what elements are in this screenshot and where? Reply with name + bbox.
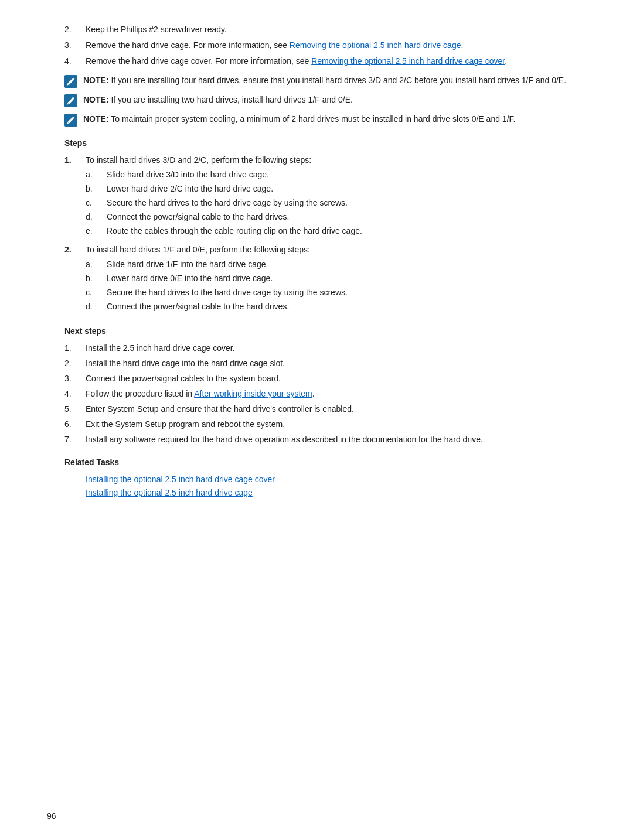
prereq-item-2: 2. Keep the Phillips #2 screwdriver read… bbox=[64, 23, 569, 36]
step-1c: c. Secure the hard drives to the hard dr… bbox=[86, 197, 569, 209]
step-2: 2. To install hard drives 1/F and 0/E, p… bbox=[64, 244, 569, 315]
related-tasks-heading: Related Tasks bbox=[64, 456, 569, 469]
next-step-1-text: Install the 2.5 inch hard drive cage cov… bbox=[86, 342, 569, 354]
pencil-icon-2 bbox=[67, 97, 75, 105]
next-step-5-num: 5. bbox=[64, 403, 86, 415]
next-step-4-num: 4. bbox=[64, 388, 86, 400]
prereq-text-3: Remove the hard drive cage. For more inf… bbox=[86, 39, 569, 52]
note-text-1: NOTE: If you are installing four hard dr… bbox=[83, 74, 566, 87]
step-2c: c. Secure the hard drives to the hard dr… bbox=[86, 286, 569, 299]
next-step-7: 7. Install any software required for the… bbox=[64, 433, 569, 446]
next-step-2-text: Install the hard drive cage into the har… bbox=[86, 357, 569, 370]
related-task-link-2[interactable]: Installing the optional 2.5 inch hard dr… bbox=[86, 487, 569, 499]
note-icon-3 bbox=[64, 114, 77, 127]
prereq-num-4: 4. bbox=[64, 55, 86, 67]
step-2d-text: Connect the power/signal cable to the ha… bbox=[107, 301, 569, 313]
prereq-3-link[interactable]: Removing the optional 2.5 inch hard driv… bbox=[290, 40, 461, 50]
step-2-sublist: a. Slide hard drive 1/F into the hard dr… bbox=[86, 258, 569, 313]
next-step-7-num: 7. bbox=[64, 433, 86, 446]
next-step-2-num: 2. bbox=[64, 357, 86, 370]
note-icon-2 bbox=[64, 94, 77, 107]
next-step-5-text: Enter System Setup and ensure that the h… bbox=[86, 403, 569, 415]
step-1e-text: Route the cables through the cable routi… bbox=[107, 225, 569, 237]
related-tasks-section: Related Tasks Installing the optional 2.… bbox=[64, 456, 569, 499]
next-step-6: 6. Exit the System Setup program and reb… bbox=[64, 418, 569, 431]
step-2-num: 2. bbox=[64, 244, 86, 315]
step-1b-letter: b. bbox=[86, 183, 107, 195]
step-1c-letter: c. bbox=[86, 197, 107, 209]
prereq-num-3: 3. bbox=[64, 39, 86, 52]
step-2a: a. Slide hard drive 1/F into the hard dr… bbox=[86, 258, 569, 271]
step-2d-letter: d. bbox=[86, 301, 107, 313]
prereq-4-after: . bbox=[505, 56, 507, 66]
next-steps-list: 1. Install the 2.5 inch hard drive cage … bbox=[64, 342, 569, 446]
next-step-4: 4. Follow the procedure listed in After … bbox=[64, 388, 569, 400]
step-1e-letter: e. bbox=[86, 225, 107, 237]
next-step-3-num: 3. bbox=[64, 373, 86, 385]
step-2a-letter: a. bbox=[86, 258, 107, 271]
next-step-7-text: Install any software required for the ha… bbox=[86, 433, 569, 446]
related-tasks-links: Installing the optional 2.5 inch hard dr… bbox=[64, 473, 569, 499]
step-1-intro: To install hard drives 3/D and 2/C, perf… bbox=[86, 155, 311, 165]
next-step-1-num: 1. bbox=[64, 342, 86, 354]
next-step-6-text: Exit the System Setup program and reboot… bbox=[86, 418, 569, 431]
next-steps-heading: Next steps bbox=[64, 325, 569, 337]
related-task-link-1[interactable]: Installing the optional 2.5 inch hard dr… bbox=[86, 473, 569, 486]
prereq-list: 2. Keep the Phillips #2 screwdriver read… bbox=[64, 23, 569, 67]
step-1-sublist: a. Slide hard drive 3/D into the hard dr… bbox=[86, 169, 569, 237]
step-1a-text: Slide hard drive 3/D into the hard drive… bbox=[107, 169, 569, 181]
next-step-4-text: Follow the procedure listed in After wor… bbox=[86, 388, 569, 400]
prereq-num-2: 2. bbox=[64, 23, 86, 36]
step-1a-letter: a. bbox=[86, 169, 107, 181]
note-icon-1 bbox=[64, 75, 77, 88]
prereq-3-plain: Remove the hard drive cage. For more inf… bbox=[86, 40, 290, 50]
prereq-text-4: Remove the hard drive cage cover. For mo… bbox=[86, 55, 569, 67]
step-1b: b. Lower hard drive 2/C into the hard dr… bbox=[86, 183, 569, 195]
step-2c-text: Secure the hard drives to the hard drive… bbox=[107, 286, 569, 299]
step-1b-text: Lower hard drive 2/C into the hard drive… bbox=[107, 183, 569, 195]
steps-list: 1. To install hard drives 3/D and 2/C, p… bbox=[64, 154, 569, 315]
prereq-4-link[interactable]: Removing the optional 2.5 inch hard driv… bbox=[311, 56, 505, 66]
step-2b-text: Lower hard drive 0/E into the hard drive… bbox=[107, 272, 569, 285]
next-step-1: 1. Install the 2.5 inch hard drive cage … bbox=[64, 342, 569, 354]
next-step-5: 5. Enter System Setup and ensure that th… bbox=[64, 403, 569, 415]
step-1d-text: Connect the power/signal cable to the ha… bbox=[107, 211, 569, 223]
step-1-num: 1. bbox=[64, 154, 86, 239]
step-2b-letter: b. bbox=[86, 272, 107, 285]
step-2-content: To install hard drives 1/F and 0/E, perf… bbox=[86, 244, 569, 315]
step-1a: a. Slide hard drive 3/D into the hard dr… bbox=[86, 169, 569, 181]
next-step-2: 2. Install the hard drive cage into the … bbox=[64, 357, 569, 370]
step-2d: d. Connect the power/signal cable to the… bbox=[86, 301, 569, 313]
step-1c-text: Secure the hard drives to the hard drive… bbox=[107, 197, 569, 209]
step-2b: b. Lower hard drive 0/E into the hard dr… bbox=[86, 272, 569, 285]
note-block-2: NOTE: If you are installing two hard dri… bbox=[64, 94, 569, 107]
page-content: 2. Keep the Phillips #2 screwdriver read… bbox=[64, 23, 569, 499]
note-text-3: NOTE: To maintain proper system cooling,… bbox=[83, 113, 515, 125]
step-1e: e. Route the cables through the cable ro… bbox=[86, 225, 569, 237]
step-2-intro: To install hard drives 1/F and 0/E, perf… bbox=[86, 245, 310, 254]
step-1-content: To install hard drives 3/D and 2/C, perf… bbox=[86, 154, 569, 239]
prereq-4-plain: Remove the hard drive cage cover. For mo… bbox=[86, 56, 311, 66]
step-1d-letter: d. bbox=[86, 211, 107, 223]
after-working-link[interactable]: After working inside your system bbox=[194, 389, 312, 398]
note-block-1: NOTE: If you are installing four hard dr… bbox=[64, 74, 569, 88]
step-2a-text: Slide hard drive 1/F into the hard drive… bbox=[107, 258, 569, 271]
pencil-icon-1 bbox=[67, 77, 75, 86]
next-step-6-num: 6. bbox=[64, 418, 86, 431]
next-step-3-text: Connect the power/signal cables to the s… bbox=[86, 373, 569, 385]
step-1d: d. Connect the power/signal cable to the… bbox=[86, 211, 569, 223]
note-text-2: NOTE: If you are installing two hard dri… bbox=[83, 94, 353, 106]
step-1: 1. To install hard drives 3/D and 2/C, p… bbox=[64, 154, 569, 239]
steps-heading: Steps bbox=[64, 137, 569, 149]
pencil-icon-3 bbox=[67, 116, 75, 124]
next-step-3: 3. Connect the power/signal cables to th… bbox=[64, 373, 569, 385]
prereq-text-2: Keep the Phillips #2 screwdriver ready. bbox=[86, 23, 569, 36]
note-block-3: NOTE: To maintain proper system cooling,… bbox=[64, 113, 569, 127]
prereq-item-3: 3. Remove the hard drive cage. For more … bbox=[64, 39, 569, 52]
prereq-item-4: 4. Remove the hard drive cage cover. For… bbox=[64, 55, 569, 67]
prereq-3-after: . bbox=[461, 40, 463, 50]
step-2c-letter: c. bbox=[86, 286, 107, 299]
